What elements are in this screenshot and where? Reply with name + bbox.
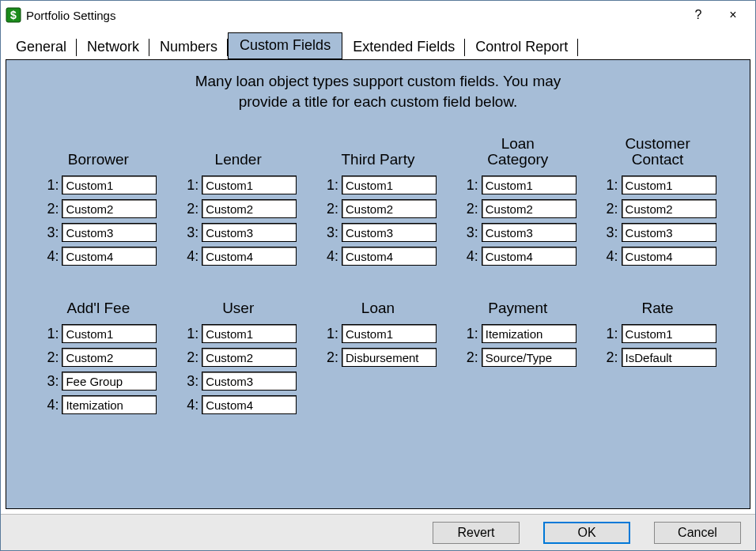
field-label: 3: bbox=[319, 225, 338, 241]
loan-category-field-2[interactable] bbox=[482, 199, 576, 218]
customer-contact-field-4[interactable] bbox=[622, 247, 716, 266]
lender-field-4[interactable] bbox=[202, 247, 297, 266]
field-label: 4: bbox=[180, 248, 198, 265]
field-label: 2: bbox=[319, 349, 338, 366]
group-loan-category: Loan Category 1: 2: 3: 4: bbox=[451, 130, 585, 268]
user-field-1[interactable] bbox=[202, 324, 297, 343]
customer-contact-field-3[interactable] bbox=[622, 223, 716, 242]
third-party-field-1[interactable] bbox=[342, 175, 437, 194]
field-label: 1: bbox=[40, 177, 59, 194]
field-label: 3: bbox=[599, 225, 618, 241]
group-lender: Lender 1: 2: 3: 4: bbox=[171, 130, 305, 268]
field-label: 3: bbox=[40, 373, 59, 390]
group-loan: Loan 1: 2: bbox=[311, 295, 445, 417]
borrower-field-3[interactable] bbox=[62, 223, 157, 242]
user-field-2[interactable] bbox=[202, 348, 297, 367]
loan-category-field-1[interactable] bbox=[482, 175, 576, 194]
lender-field-1[interactable] bbox=[202, 175, 297, 194]
field-label: 1: bbox=[40, 326, 59, 342]
group-customer-contact: Customer Contact 1: 2: 3: 4: bbox=[591, 130, 725, 268]
borrower-field-4[interactable] bbox=[62, 247, 157, 266]
rate-field-1[interactable] bbox=[622, 324, 716, 343]
field-label: 3: bbox=[180, 225, 198, 241]
group-title: Lender bbox=[215, 130, 262, 168]
customer-contact-field-1[interactable] bbox=[622, 175, 716, 194]
help-button[interactable]: ? bbox=[681, 4, 716, 26]
group-title: Add'l Fee bbox=[67, 295, 130, 317]
group-borrower: Borrower 1: 2: 3: 4: bbox=[31, 130, 165, 268]
tab-numbers[interactable]: Numbers bbox=[149, 35, 228, 59]
field-label: 2: bbox=[319, 201, 338, 217]
loan-field-1[interactable] bbox=[342, 324, 437, 343]
field-label: 3: bbox=[459, 225, 478, 241]
payment-field-1[interactable] bbox=[482, 324, 576, 343]
field-label: 1: bbox=[599, 177, 618, 194]
group-user: User 1: 2: 3: 4: bbox=[171, 295, 305, 417]
loan-category-field-4[interactable] bbox=[482, 247, 576, 266]
addl-fee-field-2[interactable] bbox=[62, 348, 157, 367]
group-title: User bbox=[222, 295, 254, 317]
group-title: Customer Contact bbox=[625, 130, 690, 168]
tabbar: General Network Numbers Custom Fields Ex… bbox=[1, 29, 755, 59]
tab-control-report[interactable]: Control Report bbox=[465, 35, 578, 59]
group-title: Rate bbox=[642, 295, 674, 317]
field-label: 3: bbox=[40, 225, 59, 241]
close-button[interactable]: × bbox=[716, 4, 750, 26]
tab-network[interactable]: Network bbox=[77, 35, 149, 59]
field-label: 1: bbox=[459, 177, 478, 194]
lender-field-3[interactable] bbox=[202, 223, 297, 242]
portfolio-settings-window: $ Portfolio Settings ? × General Network… bbox=[0, 0, 756, 551]
loan-field-2[interactable] bbox=[342, 348, 437, 367]
field-label: 1: bbox=[599, 326, 618, 342]
ok-button[interactable]: OK bbox=[543, 522, 630, 544]
third-party-field-3[interactable] bbox=[342, 223, 437, 242]
field-label: 4: bbox=[40, 248, 59, 265]
tab-custom-fields[interactable]: Custom Fields bbox=[228, 32, 342, 59]
group-title: Third Party bbox=[342, 130, 415, 168]
group-title: Payment bbox=[488, 295, 547, 317]
field-label: 1: bbox=[180, 326, 198, 342]
field-label: 2: bbox=[459, 349, 478, 366]
lender-field-2[interactable] bbox=[202, 199, 297, 218]
revert-button[interactable]: Revert bbox=[433, 522, 520, 544]
field-label: 2: bbox=[180, 349, 198, 366]
third-party-field-4[interactable] bbox=[342, 247, 437, 266]
loan-category-field-3[interactable] bbox=[482, 223, 576, 242]
field-label: 1: bbox=[180, 177, 198, 194]
group-addl-fee: Add'l Fee 1: 2: 3: 4: bbox=[31, 295, 165, 417]
group-third-party: Third Party 1: 2: 3: 4: bbox=[311, 130, 445, 268]
field-label: 1: bbox=[319, 326, 338, 342]
field-label: 2: bbox=[459, 201, 478, 217]
tab-extended-fields[interactable]: Extended Fields bbox=[342, 35, 465, 59]
user-field-3[interactable] bbox=[202, 372, 297, 391]
addl-fee-field-4[interactable] bbox=[62, 395, 157, 414]
field-label: 2: bbox=[40, 349, 59, 366]
borrower-field-1[interactable] bbox=[62, 175, 157, 194]
user-field-4[interactable] bbox=[202, 395, 297, 414]
groups-row-top: Borrower 1: 2: 3: 4: Lender 1: 2: 3: 4: … bbox=[14, 130, 742, 268]
intro-text: Many loan object types support custom fi… bbox=[14, 71, 742, 111]
group-title: Loan Category bbox=[487, 130, 548, 168]
tab-general[interactable]: General bbox=[6, 35, 77, 59]
third-party-field-2[interactable] bbox=[342, 199, 437, 218]
field-label: 2: bbox=[599, 201, 618, 217]
window-title: Portfolio Settings bbox=[26, 9, 115, 22]
field-label: 2: bbox=[599, 349, 618, 366]
group-title: Loan bbox=[361, 295, 395, 317]
field-label: 4: bbox=[319, 248, 338, 265]
addl-fee-field-1[interactable] bbox=[62, 324, 157, 343]
field-label: 4: bbox=[40, 397, 59, 413]
button-bar: Revert OK Cancel bbox=[1, 514, 755, 550]
rate-field-2[interactable] bbox=[622, 348, 716, 367]
groups-row-bottom: Add'l Fee 1: 2: 3: 4: User 1: 2: 3: 4: L… bbox=[14, 295, 742, 417]
addl-fee-field-3[interactable] bbox=[62, 372, 157, 391]
cancel-button[interactable]: Cancel bbox=[654, 522, 741, 544]
borrower-field-2[interactable] bbox=[62, 199, 157, 218]
app-dollar-icon: $ bbox=[6, 7, 21, 23]
svg-text:$: $ bbox=[10, 9, 17, 21]
payment-field-2[interactable] bbox=[482, 348, 576, 367]
customer-contact-field-2[interactable] bbox=[622, 199, 716, 218]
field-label: 1: bbox=[459, 326, 478, 342]
content-panel: Many loan object types support custom fi… bbox=[6, 59, 750, 509]
field-label: 4: bbox=[599, 248, 618, 265]
